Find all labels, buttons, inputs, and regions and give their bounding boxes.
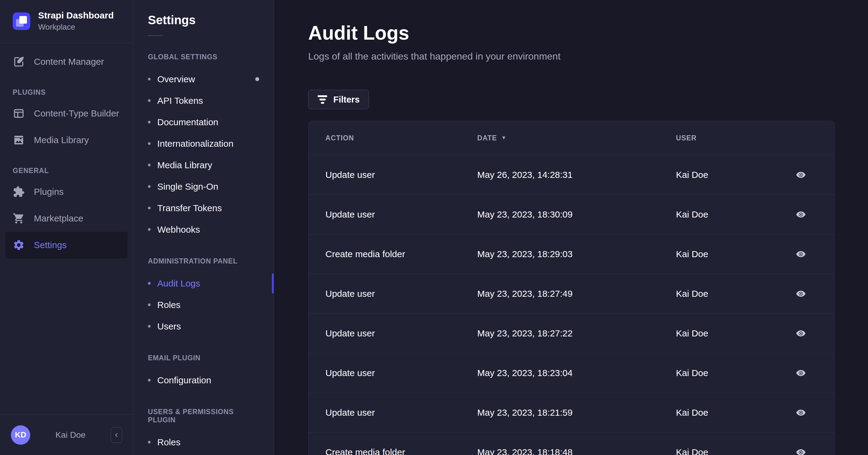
bullet-icon	[148, 142, 151, 145]
subnav-label: Single Sign-On	[157, 182, 218, 192]
eye-icon	[796, 209, 806, 220]
subnav-item-transfer-tokens[interactable]: Transfer Tokens	[133, 197, 274, 219]
gear-icon	[13, 239, 25, 251]
view-details-button[interactable]	[794, 405, 808, 420]
subnav-item-audit-logs[interactable]: Audit Logs	[133, 273, 274, 294]
subnav-item-configuration[interactable]: Configuration	[133, 369, 274, 391]
nav-label: Media Library	[34, 135, 89, 145]
table-row: Create media folder May 23, 2023, 18:18:…	[309, 432, 834, 455]
cell-date: May 23, 2023, 18:27:49	[477, 289, 676, 299]
collapse-sidebar-button[interactable]	[111, 427, 122, 443]
subnav-item-users[interactable]: Users	[133, 315, 274, 337]
subnav-label: Overview	[157, 74, 195, 84]
cell-user: Kai Doe	[676, 328, 784, 338]
eye-icon	[796, 368, 806, 378]
subnav-label: Configuration	[157, 375, 211, 386]
cell-user: Kai Doe	[676, 407, 784, 418]
column-header-user: USER	[676, 134, 784, 142]
eye-icon	[796, 288, 806, 299]
view-details-button[interactable]	[794, 207, 808, 222]
nav-label: Marketplace	[34, 213, 83, 223]
cell-date: May 26, 2023, 14:28:31	[477, 170, 676, 180]
table-row: Update user May 23, 2023, 18:30:09 Kai D…	[309, 194, 834, 234]
subnav-item-single-sign-on[interactable]: Single Sign-On	[133, 176, 274, 197]
subnav-list-administration-panel: Audit Logs Roles Users	[133, 273, 274, 337]
table-row: Update user May 23, 2023, 18:27:49 Kai D…	[309, 274, 834, 313]
subnav-item-providers[interactable]: Providers	[133, 453, 274, 455]
view-details-button[interactable]	[794, 366, 808, 380]
page-subtitle: Logs of all the activities that happened…	[308, 51, 835, 62]
nav-item-settings[interactable]: Settings	[5, 232, 128, 259]
table-row: Update user May 23, 2023, 18:21:59 Kai D…	[309, 393, 834, 432]
cell-action: Update user	[326, 170, 477, 180]
subnav-label: Internationalization	[157, 139, 234, 149]
nav-item-content-manager[interactable]: Content Manager	[5, 49, 128, 75]
workspace-brand[interactable]: Strapi Dashboard Workplace	[0, 0, 133, 43]
nav-label: Settings	[34, 240, 66, 250]
subnav-item-documentation[interactable]: Documentation	[133, 111, 274, 133]
app-title: Strapi Dashboard	[38, 10, 114, 21]
avatar: KD	[11, 425, 30, 445]
bullet-icon	[148, 207, 151, 209]
subnav-label: Documentation	[157, 117, 218, 127]
settings-title-divider	[148, 35, 163, 36]
view-details-button[interactable]	[794, 445, 808, 455]
view-details-button[interactable]	[794, 326, 808, 341]
cell-user: Kai Doe	[676, 170, 784, 180]
subnav-item-overview[interactable]: Overview	[133, 68, 274, 90]
subnav-section-global-settings: GLOBAL SETTINGS	[148, 53, 259, 61]
column-header-date[interactable]: DATE ▼	[477, 134, 676, 142]
bullet-icon	[148, 282, 151, 285]
nav-section-plugins: PLUGINS	[13, 88, 120, 96]
view-details-button[interactable]	[794, 286, 808, 301]
workspace-name: Workplace	[38, 22, 114, 32]
nav-item-media-library[interactable]: Media Library	[5, 127, 128, 153]
bullet-icon	[148, 325, 151, 328]
nav-label: Plugins	[34, 187, 63, 197]
cell-date: May 23, 2023, 18:27:22	[477, 328, 676, 338]
nav-item-content-type-builder[interactable]: Content-Type Builder	[5, 100, 128, 127]
main-content: Audit Logs Logs of all the activities th…	[274, 0, 868, 455]
cell-action: Update user	[326, 407, 477, 418]
main-sidebar: Strapi Dashboard Workplace Content Manag…	[0, 0, 133, 455]
column-header-action: ACTION	[326, 134, 477, 142]
bullet-icon	[148, 78, 151, 81]
view-details-button[interactable]	[794, 247, 808, 262]
logo-square-front	[19, 16, 27, 24]
filters-button[interactable]: Filters	[308, 90, 369, 109]
page-title: Audit Logs	[308, 0, 835, 44]
bullet-icon	[148, 164, 151, 166]
table-row: Update user May 23, 2023, 18:27:22 Kai D…	[309, 313, 834, 353]
nav-item-plugins[interactable]: Plugins	[5, 179, 128, 205]
cell-action: Update user	[326, 368, 477, 378]
view-details-button[interactable]	[794, 168, 808, 182]
cell-action: Create media folder	[326, 249, 477, 259]
notification-dot-icon	[255, 77, 259, 81]
strapi-logo-icon	[13, 12, 30, 30]
cell-user: Kai Doe	[676, 368, 784, 378]
subnav-item-media-library[interactable]: Media Library	[133, 154, 274, 176]
layout-grid-icon	[13, 108, 25, 120]
table-header-row: ACTION DATE ▼ USER	[309, 121, 834, 155]
cell-action: Update user	[326, 289, 477, 299]
subnav-item-roles-up[interactable]: Roles	[133, 431, 274, 453]
column-header-label: DATE	[477, 134, 497, 142]
cell-date: May 23, 2023, 18:23:04	[477, 368, 676, 378]
filters-button-label: Filters	[333, 95, 360, 105]
filter-funnel-icon	[317, 95, 327, 104]
settings-panel-title: Settings	[148, 13, 274, 27]
table-row: Update user May 23, 2023, 18:23:04 Kai D…	[309, 353, 834, 393]
subnav-label: Roles	[157, 437, 181, 448]
subnav-item-roles-admin[interactable]: Roles	[133, 294, 274, 315]
nav-item-marketplace[interactable]: Marketplace	[5, 205, 128, 232]
eye-icon	[796, 249, 806, 260]
subnav-item-webhooks[interactable]: Webhooks	[133, 219, 274, 240]
bullet-icon	[148, 121, 151, 123]
subnav-item-api-tokens[interactable]: API Tokens	[133, 90, 274, 111]
bullet-icon	[148, 379, 151, 382]
cell-date: May 23, 2023, 18:21:59	[477, 407, 676, 418]
sort-descending-icon[interactable]: ▼	[501, 135, 506, 141]
subnav-item-internationalization[interactable]: Internationalization	[133, 133, 274, 154]
bullet-icon	[148, 303, 151, 306]
bullet-icon	[148, 99, 151, 102]
